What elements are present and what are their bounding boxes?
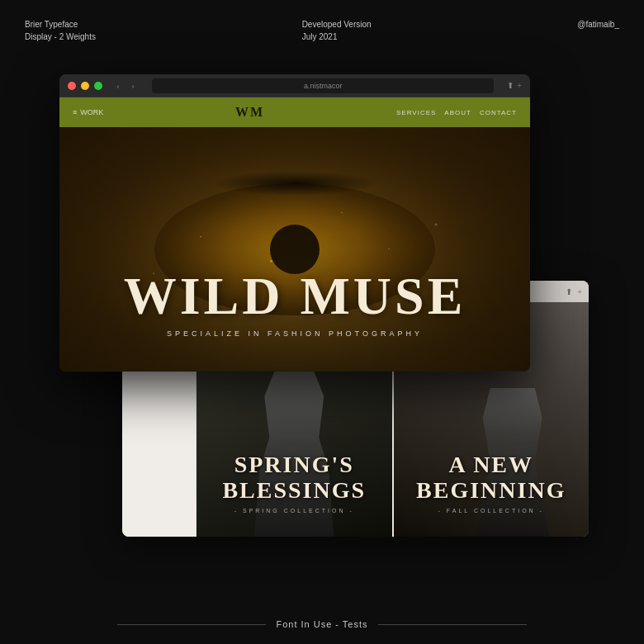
- forward-icon[interactable]: ›: [127, 80, 139, 92]
- meta-handle: @fatimaib_: [577, 18, 619, 43]
- nav-right: SERVICES ABOUT CONTACT: [396, 109, 517, 116]
- address-bar[interactable]: a.nistmacor: [152, 78, 494, 93]
- version-label: Developed Version: [302, 18, 372, 31]
- label-line-right: [378, 624, 527, 625]
- toolbar-dot-red[interactable]: [68, 82, 76, 90]
- springs-title: SPRING'SBLESSINGS: [197, 452, 392, 504]
- back-icon[interactable]: ‹: [112, 80, 124, 92]
- website-nav: ≡ WORK WM SERVICES ABOUT CONTACT: [59, 97, 530, 127]
- typeface-weights: Display - 2 Weights: [25, 31, 96, 43]
- upload-icon[interactable]: ⬆: [566, 287, 572, 296]
- toolbar-dot-green[interactable]: [94, 82, 102, 90]
- hero-subtitle: SPECIALIZE IN FASHION PHOTOGRAPHY: [59, 329, 530, 338]
- services-link[interactable]: SERVICES: [396, 109, 436, 116]
- hero-text: WILD MUSE SPECIALIZE IN FASHION PHOTOGRA…: [59, 270, 530, 338]
- social-handle: @fatimaib_: [577, 18, 619, 31]
- bottom-label: Font In Use - Tests: [0, 619, 644, 629]
- share-icon[interactable]: ⬆: [507, 81, 514, 90]
- plus-icon[interactable]: +: [577, 287, 582, 296]
- springs-subtitle: - SPRING COLLECTION -: [197, 508, 392, 514]
- toolbar-dot-yellow[interactable]: [81, 82, 89, 90]
- beginning-subtitle: - FALL COLLECTION -: [394, 508, 590, 514]
- browser-nav-icons: ‹ ›: [112, 80, 139, 92]
- font-in-use-label: Font In Use - Tests: [276, 619, 367, 629]
- about-link[interactable]: ABOUT: [444, 109, 471, 116]
- hero-area: WILD MUSE SPECIALIZE IN FASHION PHOTOGRA…: [59, 127, 530, 371]
- secondary-actions: ⬆ +: [566, 287, 582, 296]
- url-text: a.nistmacor: [304, 82, 343, 90]
- version-date: July 2021: [302, 31, 372, 43]
- top-metadata: Brier Typeface Display - 2 Weights Devel…: [0, 18, 644, 43]
- typeface-name: Brier Typeface: [25, 18, 96, 31]
- hero-title: WILD MUSE: [59, 270, 530, 323]
- work-link[interactable]: WORK: [80, 108, 103, 116]
- browser-main: ‹ › a.nistmacor ⬆ + ≡ WORK WM SERVICES A…: [59, 74, 530, 372]
- meta-version: Developed Version July 2021: [302, 18, 372, 43]
- browser-actions: ⬆ +: [507, 81, 522, 90]
- nav-left: ≡ WORK: [73, 108, 103, 116]
- hamburger-icon[interactable]: ≡: [73, 108, 77, 116]
- website-logo: WM: [235, 105, 264, 120]
- contact-link[interactable]: CONTACT: [480, 109, 517, 116]
- gallery-text-beginning: A NEWBEGINNING - FALL COLLECTION -: [394, 452, 590, 514]
- beginning-title: A NEWBEGINNING: [394, 452, 590, 504]
- label-line-left: [117, 624, 266, 625]
- add-tab-icon[interactable]: +: [517, 81, 522, 90]
- browser-toolbar: ‹ › a.nistmacor ⬆ +: [59, 74, 530, 97]
- gallery-text-springs: SPRING'SBLESSINGS - SPRING COLLECTION -: [197, 452, 392, 514]
- meta-typeface: Brier Typeface Display - 2 Weights: [25, 18, 96, 43]
